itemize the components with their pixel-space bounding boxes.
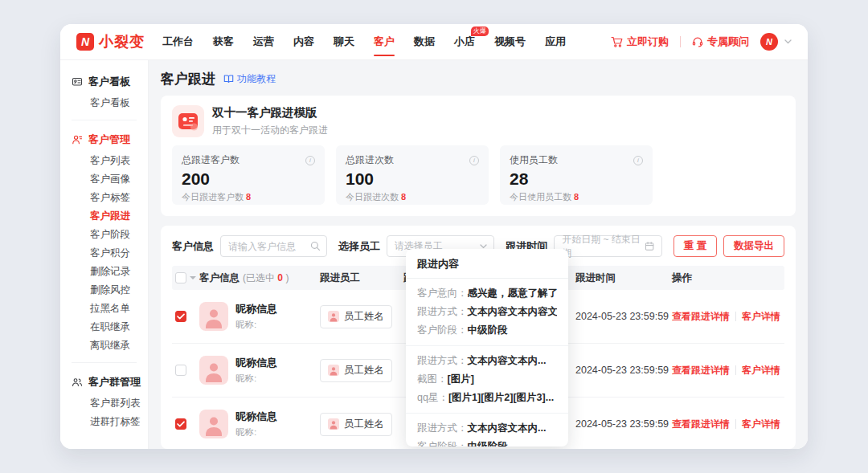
menu-item-shop[interactable]: 小店 火爆	[454, 24, 475, 59]
hot-badge: 火爆	[471, 27, 489, 36]
tutorial-link[interactable]: 功能教程	[223, 72, 276, 86]
navbar-right: 立即订购 专属顾问 N	[611, 33, 792, 51]
view-followup-detail-link[interactable]: 查看跟进详情	[672, 364, 730, 377]
view-followup-detail-link[interactable]: 查看跟进详情	[672, 310, 730, 324]
date-range-picker[interactable]: 开始日期 ~ 结束日期	[554, 235, 661, 257]
action-divider	[735, 312, 736, 321]
row-checkbox[interactable]	[175, 365, 186, 376]
menu-item-data[interactable]: 数据	[414, 24, 435, 59]
menu-item-acquisition[interactable]: 获客	[213, 24, 234, 59]
sidebar-item-customer-profile[interactable]: 客户画像	[60, 170, 148, 189]
stat-label: 总跟进客户数	[182, 153, 240, 167]
view-followup-detail-link[interactable]: 查看跟进详情	[672, 418, 730, 431]
menu-item-workbench[interactable]: 工作台	[162, 24, 194, 59]
info-icon[interactable]: i	[469, 156, 479, 165]
stat-label: 总跟进次数	[346, 153, 394, 167]
sidebar-item-delete-risk[interactable]: 删除风控	[60, 281, 148, 300]
info-icon[interactable]: i	[633, 156, 643, 165]
staff-badge: 员工姓名	[320, 305, 392, 328]
sidebar-item-customer-points[interactable]: 客户积分	[60, 244, 148, 263]
sidebar-item-customer-followup[interactable]: 客户跟进	[60, 207, 148, 226]
page-title: 客户跟进	[161, 70, 215, 88]
menu-item-shop-label: 小店	[454, 35, 475, 49]
staff-badge: 员工姓名	[320, 413, 392, 436]
select-dropdown-caret[interactable]	[190, 276, 196, 279]
customer-avatar	[199, 410, 228, 438]
stat-card-total-followups: 总跟进次数i 100 今日跟进次数8	[336, 145, 489, 205]
popup-section: 跟进方式：文本内容文本内... 截图：[图片] qq星：[图片1][图片2][图…	[406, 346, 568, 414]
stat-card-total-customers: 总跟进客户数i 200 今日跟进客户数8	[172, 145, 325, 205]
calendar-icon	[645, 241, 654, 251]
menu-item-operation[interactable]: 运营	[253, 24, 274, 59]
sidebar-section-dashboard[interactable]: 客户看板	[60, 70, 148, 94]
followup-content-popup: 跟进内容 客户意向：感兴趣，愿意了解了解 跟进方式：文本内容文本内容文... 客…	[406, 249, 568, 446]
customer-avatar	[199, 302, 228, 331]
menu-item-content[interactable]: 内容	[293, 24, 314, 59]
chevron-down-icon[interactable]	[784, 39, 792, 44]
sidebar-item-customer-list[interactable]: 客户列表	[60, 152, 148, 170]
date-range-placeholder: 开始日期 ~ 结束日期	[562, 233, 645, 260]
reset-button[interactable]: 重 置	[674, 235, 717, 257]
menu-item-customer[interactable]: 客户	[374, 24, 395, 59]
sidebar-section-customer-mgmt[interactable]: 客户管理	[60, 128, 148, 152]
nav-divider	[680, 36, 681, 47]
brand-logo-text: 小裂变	[99, 32, 145, 51]
main-menu: 工作台 获客 运营 内容 聊天 客户 数据 小店 火爆 视频号 应用	[162, 24, 566, 59]
sidebar-section-group-mgmt[interactable]: 客户群管理	[60, 370, 148, 394]
stats-row: 总跟进客户数i 200 今日跟进客户数8 总跟进次数i 100 今日跟进次数8 …	[172, 145, 784, 205]
stat-footer: 今日使用员工数8	[510, 191, 643, 203]
customer-detail-link[interactable]: 客户详情	[742, 310, 780, 324]
sidebar-section-label: 客户群管理	[88, 375, 141, 389]
header-followup-staff: 跟进员工	[320, 271, 403, 285]
sidebar-item-group-list[interactable]: 客户群列表	[60, 394, 148, 413]
header-followup-time: 跟进时间	[575, 271, 672, 285]
order-now-link[interactable]: 立即订购	[611, 35, 669, 49]
select-all-checkbox[interactable]	[175, 272, 186, 283]
menu-item-chat[interactable]: 聊天	[334, 24, 354, 59]
staff-name: 员工姓名	[344, 418, 384, 431]
sidebar-item-resigned-inherit[interactable]: 离职继承	[60, 336, 148, 355]
order-now-label: 立即订购	[627, 35, 669, 49]
export-button[interactable]: 数据导出	[723, 235, 784, 257]
action-divider	[735, 365, 736, 375]
sidebar-section-label: 客户看板	[88, 75, 130, 89]
dashboard-icon	[72, 76, 83, 88]
search-icon[interactable]	[310, 241, 321, 251]
menu-item-apps[interactable]: 应用	[545, 24, 566, 59]
header-customer-info: 客户信息 (已选中 0 )	[199, 271, 320, 285]
sidebar-item-group-tagging[interactable]: 进群打标签	[60, 413, 148, 431]
followup-time: 2024-05-23 23:59:59	[575, 418, 672, 430]
check-icon	[177, 313, 185, 320]
sidebar-divider	[72, 120, 137, 120]
sidebar-item-customer-tags[interactable]: 客户标签	[60, 189, 148, 207]
top-navbar: N 小裂变 工作台 获客 运营 内容 聊天 客户 数据 小店 火爆 视频号 应用…	[60, 24, 808, 60]
main-content: 客户跟进 功能教程 双十一客户跟进模版 用于双十一活动的客户跟进	[149, 60, 808, 449]
customer-detail-link[interactable]: 客户详情	[742, 364, 780, 377]
followup-time: 2024-05-23 23:59:59	[575, 311, 672, 322]
app-window: N 小裂变 工作台 获客 运营 内容 聊天 客户 数据 小店 火爆 视频号 应用…	[60, 24, 808, 449]
stat-label: 使用员工数	[510, 153, 558, 167]
sidebar-item-customer-stage[interactable]: 客户阶段	[60, 226, 148, 244]
sidebar-item-active-inherit[interactable]: 在职继承	[60, 318, 148, 336]
stat-value: 28	[510, 169, 643, 189]
customer-detail-link[interactable]: 客户详情	[742, 418, 780, 431]
menu-item-video[interactable]: 视频号	[494, 24, 526, 59]
sidebar: 客户看板 客户看板 客户管理 客户列表 客户画像 客户标签 客户跟进 客户阶段 …	[60, 60, 149, 449]
customer-nickname: 昵称:	[235, 426, 277, 438]
customer-avatar	[199, 356, 228, 385]
sidebar-item-customer-board[interactable]: 客户看板	[60, 94, 148, 112]
brand-logo[interactable]: N 小裂变	[76, 32, 145, 51]
advisor-label: 专属顾问	[707, 35, 749, 49]
sidebar-item-delete-records[interactable]: 删除记录	[60, 263, 148, 281]
account-avatar[interactable]: N	[760, 33, 778, 51]
info-icon[interactable]: i	[305, 156, 315, 165]
customer-search-field	[220, 235, 327, 257]
staff-name: 员工姓名	[344, 364, 384, 377]
brand-logo-icon: N	[76, 33, 94, 51]
action-divider	[735, 419, 736, 429]
row-checkbox[interactable]	[175, 311, 186, 322]
sidebar-item-blacklist[interactable]: 拉黑名单	[60, 300, 148, 318]
row-checkbox[interactable]	[175, 418, 186, 430]
check-icon	[177, 421, 185, 427]
advisor-link[interactable]: 专属顾问	[692, 35, 749, 49]
